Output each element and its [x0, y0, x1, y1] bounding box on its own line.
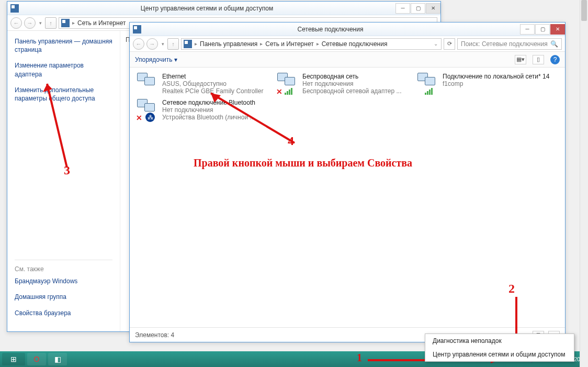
- breadcrumb-segment[interactable]: Сеть и Интернет: [77, 19, 126, 27]
- connection-icon: [137, 73, 158, 94]
- breadcrumb-segment[interactable]: Сеть и Интернет: [265, 40, 313, 48]
- maximize-button[interactable]: ▢: [411, 3, 425, 14]
- sidebar-link-homegroup[interactable]: Домашняя группа: [15, 293, 112, 301]
- search-placeholder: Поиск: Сетевые подключения: [461, 40, 548, 48]
- nav-history-dropdown[interactable]: ▾: [160, 41, 165, 47]
- taskbar-app-icon[interactable]: ◧: [48, 353, 67, 365]
- annotation-num-3: 3: [64, 163, 70, 177]
- network-connections-icon: [133, 25, 141, 34]
- tray-context-menu: Диагностика неполадок Центр управления с…: [425, 333, 574, 362]
- minimize-button[interactable]: ─: [520, 24, 535, 35]
- breadcrumb-segment[interactable]: Панель управления: [200, 40, 257, 48]
- annotation-num-1: 1: [357, 352, 362, 364]
- sidebar-home-link[interactable]: Панель управления — домашняя страница: [15, 37, 112, 54]
- connection-icon: ✕⁂: [137, 99, 158, 120]
- svg-marker-1: [43, 84, 52, 92]
- see-also-label: См. также: [15, 265, 112, 273]
- network-center-icon: [10, 4, 19, 13]
- annotation-num-2: 2: [508, 282, 515, 296]
- search-input[interactable]: Поиск: Сетевые подключения 🔍: [457, 38, 562, 50]
- connection-item[interactable]: Подключение по локальной сети* 14f1comp: [417, 73, 551, 95]
- breadcrumb-dropdown[interactable]: ⌄: [433, 41, 439, 47]
- help-button[interactable]: ?: [550, 55, 560, 64]
- nav-forward-button[interactable]: →: [146, 38, 158, 50]
- ctx-diagnose[interactable]: Диагностика неполадок: [425, 334, 574, 348]
- taskbar-opera-icon[interactable]: O: [27, 353, 46, 365]
- start-button[interactable]: ⊞: [2, 353, 25, 365]
- window-title: Сетевые подключения: [141, 26, 519, 33]
- sidebar-link-adapter-settings[interactable]: Изменение параметров адаптера: [15, 61, 112, 78]
- annotation-num-4: 4: [288, 134, 294, 148]
- connection-name: Беспроводная сеть: [302, 73, 402, 80]
- close-button[interactable]: ✕: [550, 24, 565, 35]
- connection-name: Ethernet: [162, 73, 263, 80]
- ctx-network-center[interactable]: Центр управления сетями и общим доступом: [425, 348, 574, 361]
- window-network-connections: Сетевые подключения ─ ▢ ✕ ← → ▾ ↑ ▸ Пане…: [129, 22, 566, 342]
- toolbar: Упорядочить ▾ ▦▾ ▯ ?: [130, 52, 565, 68]
- connection-status: ASUS, Общедоступно: [162, 80, 263, 87]
- maximize-button[interactable]: ▢: [535, 24, 550, 35]
- titlebar[interactable]: Сетевые подключения ─ ▢ ✕: [130, 23, 565, 36]
- path-icon: [184, 40, 192, 48]
- nav-back-button[interactable]: ←: [133, 38, 144, 50]
- connection-status: Нет подключения: [302, 80, 402, 87]
- breadcrumb[interactable]: ▸ Панель управления ▸ Сеть и Интернет ▸ …: [181, 38, 442, 50]
- svg-line-2: [211, 93, 295, 143]
- connection-icon: [417, 73, 438, 94]
- minimize-button[interactable]: ─: [395, 3, 410, 14]
- preview-pane-button[interactable]: ▯: [533, 55, 544, 64]
- path-icon: [61, 19, 70, 27]
- annotation-arrow-3: [41, 79, 72, 173]
- window-title: Центр управления сетями и общим доступом: [19, 5, 395, 12]
- nav-forward-button[interactable]: →: [24, 17, 36, 29]
- refresh-button[interactable]: ⟳: [444, 38, 455, 50]
- item-count: Элементов: 4: [135, 331, 174, 339]
- sidebar-link-firewall[interactable]: Брандмауэр Windows: [15, 277, 112, 285]
- view-options-button[interactable]: ▦▾: [515, 55, 526, 64]
- nav-back-button[interactable]: ←: [10, 17, 22, 29]
- connection-status: f1comp: [443, 80, 549, 87]
- search-icon: 🔍: [550, 40, 558, 48]
- connection-name: Подключение по локальной сети* 14: [443, 73, 549, 80]
- connections-area[interactable]: EthernetASUS, ОбщедоступноRealtek PCIe G…: [130, 68, 565, 327]
- svg-line-0: [47, 84, 67, 168]
- annotation-text: Правой кнопкой мыши и выбираем Свойства: [194, 157, 412, 169]
- close-button[interactable]: ✕: [426, 3, 440, 14]
- sidebar: Панель управления — домашняя страница Из…: [7, 31, 120, 331]
- address-bar: ← → ▾ ↑ ▸ Панель управления ▸ Сеть и Инт…: [130, 36, 565, 52]
- nav-up-button[interactable]: ↑: [167, 38, 179, 50]
- nav-up-button[interactable]: ↑: [45, 17, 56, 29]
- breadcrumb-segment[interactable]: Сетевые подключения: [322, 40, 388, 48]
- browser-scrollbar[interactable]: [580, 0, 588, 367]
- connection-device: Беспроводной сетевой адаптер ...: [302, 87, 402, 95]
- nav-history-dropdown[interactable]: ▾: [38, 20, 43, 26]
- titlebar[interactable]: Центр управления сетями и общим доступом…: [7, 2, 440, 15]
- organize-button[interactable]: Упорядочить ▾: [135, 56, 177, 63]
- sidebar-link-browser-props[interactable]: Свойства браузера: [15, 309, 112, 317]
